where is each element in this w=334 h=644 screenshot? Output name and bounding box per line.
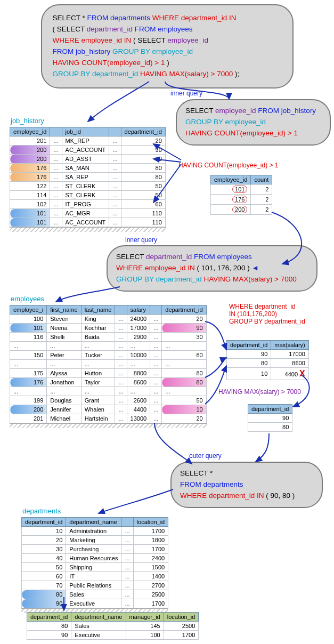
in-list-annot: IN (101,176,200) [229,310,305,318]
dept-id-table: department_id9080 [248,404,292,432]
employees-table-wrap: employee_ifirst_namelast_namesalarydepar… [10,305,207,428]
inner-query-1-box: SELECT employee_id FROM job_history GROU… [176,99,331,146]
job-history-table-wrap: employee_idjob_iddepartment_id201MK_REP2… [10,127,166,232]
outer-query-label: outer query [189,452,222,460]
inner-query-label-1: inner query [170,90,202,97]
diagram-root: SELECT * FROM departments WHERE departme… [5,4,329,644]
employees-title: employees [11,295,207,303]
group-dept-annot: GROUP BY department_id [229,318,305,325]
outer-query-box: SELECT * FROM departments WHERE departme… [170,462,323,508]
main-query-box: SELECT * FROM departments WHERE departme… [41,4,294,88]
max-salary-table: department_idmax(salary)9017000808600104… [226,340,309,380]
count-table: employee_idcount101217622002 [210,175,272,215]
having-max-annot: HAVING MAX(salary) > 7000 [218,388,301,396]
departments-table: department_iddepartment_namelocation_id1… [21,517,168,608]
inner-query-label-2: inner query [125,236,157,244]
employees-table: employee_ifirst_namelast_namesalarydepar… [10,305,207,423]
departments-table-wrap: department_iddepartment_namelocation_id1… [21,517,168,613]
job-history-title: job_history [11,117,166,125]
where-dept-annot: WHERE department_id [229,303,305,310]
result-table: department_iddepartment_namemanager_idlo… [27,612,199,640]
having-count-annot: HAVING COUNT(employee_id) > 1 [178,162,279,169]
inner-query-2-box: SELECT department_id FROM employees WHER… [107,245,317,292]
job-history-table: employee_idjob_iddepartment_id201MK_REP2… [10,127,166,227]
departments-title: departments [22,507,168,515]
